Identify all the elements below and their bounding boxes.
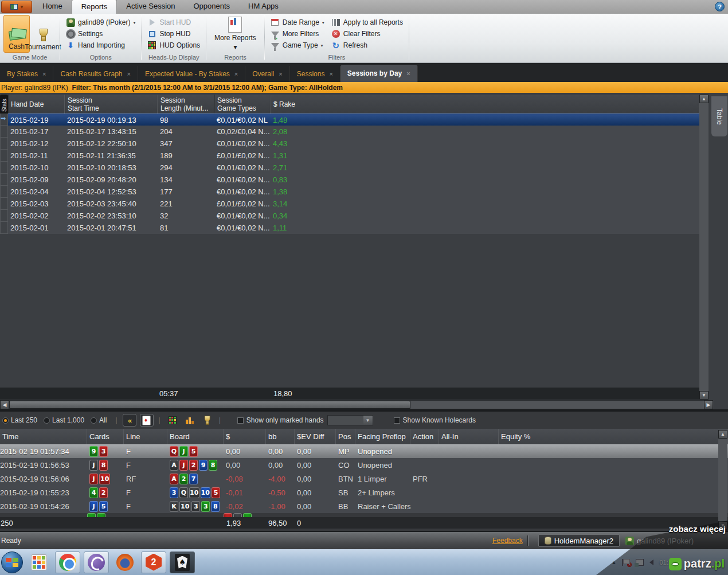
marked-filter-dropdown[interactable]: ▼ (327, 415, 373, 425)
taskbar-app-launcher[interactable] (26, 551, 52, 573)
session-row[interactable]: 2015-02-172015-02-17 13:43:15204€0,02/€0… (8, 126, 699, 138)
radio-all[interactable]: All (91, 416, 110, 424)
session-row[interactable]: 2015-02-122015-02-12 22:50:10347€0,01/€0… (8, 138, 699, 150)
action-center-icon[interactable]: ✕ (622, 559, 630, 566)
network-icon[interactable] (636, 559, 644, 566)
column-header-session[interactable]: SessionStart Time (65, 95, 158, 114)
column-header-cards[interactable]: Cards (87, 429, 124, 444)
scroll-right-arrow[interactable]: ▶ (704, 400, 713, 409)
session-row[interactable]: 2015-02-022015-02-02 23:53:1032€0,01/€0,… (8, 210, 699, 222)
close-icon[interactable]: × (279, 71, 282, 77)
refresh-button[interactable]: ↻ Refresh (329, 40, 405, 51)
hand-importing-menu-item[interactable]: ⬇ Hand Importing (64, 40, 127, 51)
report-tab-expected-value-by-stakes[interactable]: Expected Value - By Stakes× (138, 66, 245, 82)
hands-vertical-scrollbar[interactable]: ▲ ▼ (718, 430, 727, 530)
hand-row[interactable]: 2015-02-19 01:55:2342F3Q10105-0,01-0,500… (0, 486, 728, 499)
close-icon[interactable]: × (127, 71, 131, 77)
scroll-down-arrow[interactable]: ▼ (699, 391, 709, 400)
report-tab-overall[interactable]: Overall× (245, 66, 289, 82)
column-header-session[interactable]: SessionLength (Minut... (158, 95, 214, 114)
close-icon[interactable]: × (329, 71, 332, 77)
account-menu-item[interactable]: galind89 (IPoker) ▾ (64, 17, 138, 28)
column-header-pos[interactable]: Pos (336, 429, 355, 444)
close-icon[interactable]: × (42, 71, 46, 77)
hand-row[interactable]: 2015-02-19 01:56:06J10RFA27-0,08-4,000,0… (0, 472, 728, 486)
settings-menu-item[interactable]: Settings (64, 28, 105, 40)
taskbar-bittorrent[interactable] (84, 551, 109, 573)
scroll-up-arrow[interactable]: ▲ (699, 95, 709, 103)
tournament-button[interactable]: Tournament (30, 15, 56, 53)
close-icon[interactable]: × (406, 70, 410, 77)
hud-options-button[interactable]: HUD Options (145, 40, 202, 51)
report-tab-cash-results-graph[interactable]: Cash Results Graph× (53, 66, 138, 82)
hm2-status-button[interactable]: HoldemManager2 (538, 534, 620, 547)
sessions-horizontal-scrollbar[interactable]: ◀ ▶ (0, 400, 713, 409)
session-row[interactable]: 2015-02-102015-02-10 20:18:53294€0,01/€0… (8, 162, 699, 174)
ribbon-tab-opponents[interactable]: Opponents (184, 0, 239, 14)
speaker-icon[interactable] (649, 560, 653, 565)
session-row[interactable]: 2015-02-032015-02-03 23:45:40221£0,01/£0… (8, 198, 699, 210)
taskbar-chrome[interactable] (55, 551, 80, 573)
column-header-equity-%[interactable]: Equity % (499, 429, 728, 444)
column-header-line[interactable]: Line (124, 429, 167, 444)
clear-filters-button[interactable]: ✕ Clear Filters (329, 28, 405, 40)
radio-last-250[interactable]: Last 250 (2, 416, 41, 424)
ribbon-tab-home[interactable]: Home (33, 0, 72, 14)
feedback-link[interactable]: Feedback (492, 537, 523, 545)
close-icon[interactable]: × (234, 71, 238, 77)
session-row[interactable]: 2015-02-042015-02-04 12:52:53177€0,01/€0… (8, 186, 699, 198)
checkbox-icon[interactable] (237, 417, 244, 424)
radio-icon[interactable] (91, 417, 97, 424)
more-reports-button[interactable]: More Reports ▾ (210, 17, 261, 51)
column-header-bb[interactable]: bb (266, 429, 295, 444)
column-header-action[interactable]: Action (410, 429, 439, 444)
scrollbar-thumb[interactable] (9, 401, 410, 409)
scroll-up-arrow[interactable]: ▲ (718, 430, 727, 439)
column-header--rake[interactable]: $ Rake (271, 95, 699, 114)
app-menu-button[interactable]: ▾ (1, 1, 32, 13)
session-row[interactable]: 2015-02-112015-02-11 21:36:35189£0,01/£0… (8, 150, 699, 162)
column-header-board[interactable]: Board (167, 429, 224, 444)
column-header-facing-preflop[interactable]: Facing Preflop (355, 429, 410, 444)
scroll-down-arrow[interactable]: ▼ (718, 521, 727, 530)
session-row[interactable]: 2015-02-092015-02-09 20:48:20134€0,01/€0… (8, 174, 699, 186)
view-cards-button[interactable] (140, 414, 154, 427)
hand-row[interactable]: 2015-02-19 01:57:3493FQJ50,000,000,00MPU… (0, 444, 728, 458)
taskbar-hm2[interactable]: 2 (141, 551, 166, 573)
radio-last-1-000[interactable]: Last 1,000 (44, 416, 88, 424)
graph-button[interactable] (183, 414, 197, 427)
ribbon-tab-reports[interactable]: Reports (72, 0, 118, 14)
session-row[interactable]: 2015-02-192015-02-19 00:19:1398€0,01/€0,… (8, 114, 699, 126)
help-button[interactable]: ? (715, 2, 725, 11)
table-side-tab[interactable]: Table (711, 96, 727, 136)
ribbon-tab-hm-apps[interactable]: HM Apps (239, 0, 288, 14)
sessions-vertical-scrollbar[interactable]: ▲ ▼ (699, 95, 709, 400)
tourney-button[interactable] (200, 414, 214, 427)
column-header-all-in[interactable]: All-In (439, 429, 499, 444)
replay-hand-button[interactable]: « (123, 414, 136, 427)
column-header-time[interactable]: Time (0, 429, 87, 444)
taskbar-firefox[interactable] (112, 551, 138, 573)
known-holecards-toggle[interactable]: Show Known Holecards (394, 416, 476, 424)
logged-user-chip[interactable]: galind89 (IPoker) (625, 537, 694, 545)
report-tab-sessions-by-day[interactable]: Sessions by Day× (340, 65, 418, 82)
replayer-button[interactable] (166, 414, 179, 427)
hand-row[interactable]: 2015-02-19 01:54:26J5FK10338-0,02-1,000,… (0, 499, 728, 513)
column-header-$[interactable]: $ (224, 429, 266, 444)
checkbox-icon[interactable] (394, 417, 400, 424)
date-range-button[interactable]: Date Range ▾ (268, 17, 327, 28)
tray-expand-icon[interactable]: ▲ (612, 560, 617, 565)
marked-hands-toggle[interactable]: Show only marked hands (237, 416, 324, 424)
scroll-left-arrow[interactable]: ◀ (0, 400, 9, 409)
stop-hud-button[interactable]: Stop HUD (145, 28, 193, 40)
session-row[interactable]: 2015-02-012015-02-01 20:47:5181€0,01/€0,… (8, 222, 699, 234)
report-tab-by-stakes[interactable]: By Stakes× (0, 66, 53, 82)
report-tab-sessions[interactable]: Sessions× (290, 66, 340, 82)
more-filters-button[interactable]: + More Filters (268, 28, 327, 40)
radio-icon[interactable] (44, 417, 50, 424)
hand-row[interactable]: 2015-02-19 01:56:53J8FAJ2980,000,000,00C… (0, 458, 728, 472)
apply-all-reports-button[interactable]: Apply to all Reports (329, 17, 405, 28)
column-header-$ev-diff[interactable]: $EV Diff (295, 429, 336, 444)
start-button[interactable] (1, 551, 23, 573)
column-header-hand-date[interactable]: Hand Date (8, 95, 65, 114)
